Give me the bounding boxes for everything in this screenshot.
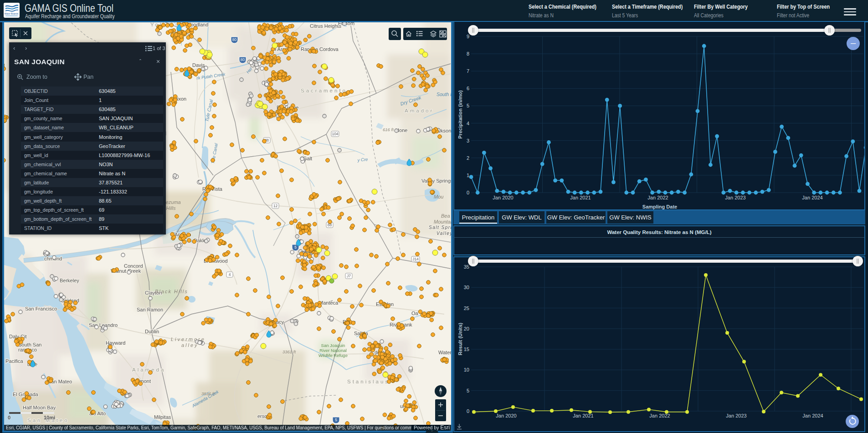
svg-text:San Francisco: San Francisco (25, 306, 57, 311)
svg-text:80: 80 (241, 57, 245, 62)
svg-text:Berkeley: Berkeley (60, 278, 79, 283)
svg-text:Oa: Oa (411, 311, 419, 316)
svg-text:7: 7 (467, 68, 469, 74)
svg-text:Jan 2023: Jan 2023 (725, 195, 745, 200)
svg-text:South Fol: South Fol (437, 92, 451, 97)
svg-text:J14: J14 (412, 257, 419, 261)
svg-text:30: 30 (464, 285, 469, 290)
svg-text:5: 5 (294, 245, 297, 250)
svg-text:5: 5 (467, 388, 469, 393)
svg-text:1: 1 (467, 173, 469, 178)
svg-text:0: 0 (467, 408, 469, 414)
svg-text:104: 104 (332, 132, 338, 136)
svg-text:Wildlife Refuge: Wildlife Refuge (318, 353, 348, 358)
svg-text:Mountain: Mountain (434, 219, 451, 224)
svg-text:Jan 2024: Jan 2024 (802, 413, 823, 418)
svg-text:Valley: Valley (437, 231, 451, 236)
svg-text:616 ft: 616 ft (383, 127, 394, 132)
svg-text:Half Moon Bay: Half Moon Bay (23, 405, 56, 410)
svg-text:20: 20 (464, 326, 469, 331)
svg-text:Mou: Mou (434, 194, 443, 199)
svg-text:9: 9 (467, 34, 469, 39)
svg-text:y Cre: y Cre (357, 157, 368, 163)
svg-text:Hills: Hills (166, 205, 176, 211)
svg-text:3: 3 (467, 138, 469, 143)
svg-text:Citrus Heights: Citrus Heights (310, 23, 342, 29)
svg-text:80: 80 (232, 37, 237, 42)
svg-text:5: 5 (335, 418, 337, 422)
svg-text:Waterford: Waterford (438, 350, 451, 355)
svg-text:2: 2 (467, 155, 469, 161)
svg-text:J7: J7 (347, 274, 351, 278)
svg-text:Jan 2021: Jan 2021 (570, 195, 591, 200)
svg-text:Dublin: Dublin (145, 329, 159, 334)
svg-text:San Ramon: San Ramon (137, 307, 163, 312)
svg-text:0: 0 (467, 190, 469, 195)
svg-text:12: 12 (273, 204, 278, 208)
svg-text:Water Boards: Water Boards (5, 12, 19, 15)
svg-text:Stanislaus: Stanislaus (347, 379, 390, 384)
svg-text:Pacifica: Pacifica (5, 358, 23, 364)
svg-text:Jan 2024: Jan 2024 (802, 195, 822, 200)
svg-text:Result (Units): Result (Units) (457, 322, 463, 355)
svg-text:4: 4 (467, 121, 469, 126)
svg-text:Jan 2023: Jan 2023 (726, 413, 746, 418)
svg-text:6: 6 (467, 86, 469, 91)
svg-text:35: 35 (464, 264, 469, 270)
svg-text:Jan 2020: Jan 2020 (493, 195, 513, 200)
svg-text:Black Hills: Black Hills (155, 289, 188, 294)
svg-text:Jan 2022: Jan 2022 (649, 413, 670, 418)
svg-text:San Joaquin: San Joaquin (321, 343, 345, 348)
svg-text:Valley Springs: Valley Springs (421, 178, 451, 183)
svg-text:Sacramento: Sacramento (301, 88, 347, 93)
svg-text:Ione: Ione (398, 127, 407, 133)
svg-text:8: 8 (467, 51, 469, 56)
svg-text:10: 10 (464, 367, 469, 372)
svg-text:Jan 2022: Jan 2022 (647, 195, 668, 200)
svg-text:River National: River National (319, 348, 347, 353)
svg-text:Bea: Bea (441, 213, 450, 219)
svg-text:Amador: Amador (405, 108, 434, 113)
svg-text:5: 5 (467, 103, 469, 108)
svg-text:Jan 2021: Jan 2021 (573, 413, 593, 418)
svg-text:3361 ft: 3361 ft (282, 349, 296, 354)
svg-text:Jan 2020: Jan 2020 (496, 413, 516, 418)
svg-text:Salt Spring: Salt Spring (429, 225, 451, 230)
svg-text:Rancho Cordova: Rancho Cordova (301, 46, 339, 52)
svg-text:Sampling Date: Sampling Date (642, 204, 677, 209)
svg-text:Milpitas: Milpitas (154, 414, 171, 420)
svg-text:15: 15 (464, 346, 469, 352)
svg-text:25: 25 (464, 306, 469, 311)
svg-text:Precipitation (in/mo): Precipitation (in/mo) (457, 90, 463, 139)
svg-text:Manteca: Manteca (319, 300, 339, 306)
svg-text:4: 4 (229, 272, 231, 277)
